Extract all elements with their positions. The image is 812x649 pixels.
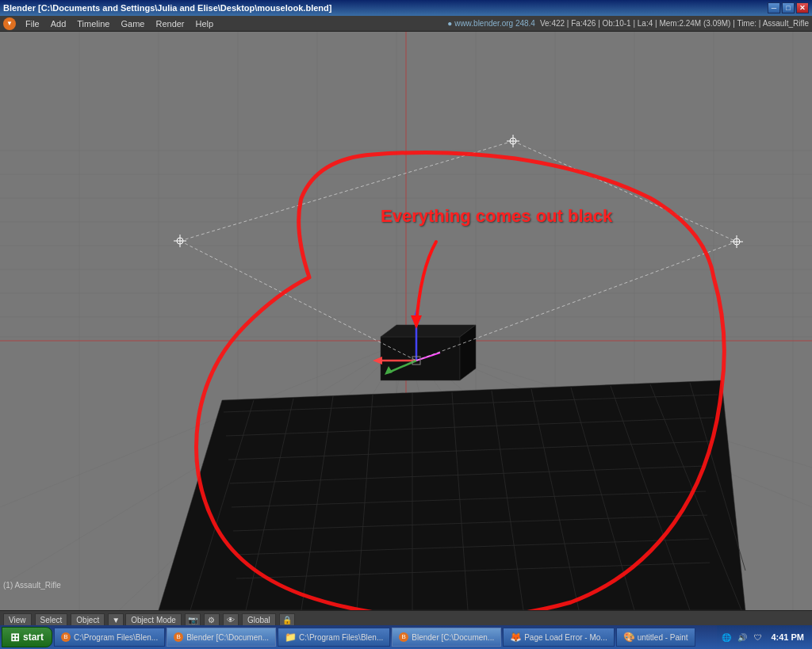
taskbar-icon-4: 🦊 (510, 632, 521, 643)
minimize-button[interactable]: ─ (768, 2, 780, 13)
3d-viewport[interactable]: Everything comes out black (1) Assault_R… (0, 32, 812, 610)
start-windows-icon: ⊞ (10, 631, 20, 643)
taskbar-icon-0: B (61, 632, 71, 642)
network-tray-icon: 🌐 (720, 631, 733, 643)
antivirus-tray-icon: 🛡 (752, 631, 764, 643)
system-clock: 4:41 PM (768, 632, 807, 642)
taskbar-item-2[interactable]: 📁 C:\Program Files\Blen... (278, 628, 390, 647)
taskbar-item-4[interactable]: 🦊 Page Load Error - Mo... (503, 628, 615, 647)
taskbar-icon-2: 📁 (285, 632, 296, 643)
start-label: start (23, 632, 44, 643)
start-button[interactable]: ⊞ start (2, 627, 52, 647)
taskbar-icon-3: B (399, 632, 408, 642)
maximize-button[interactable]: □ (782, 2, 795, 13)
info-bar-right: ● www.blender.org 248.4 Ve:422 | Fa:426 … (447, 19, 809, 28)
menu-render[interactable]: Render (151, 17, 189, 31)
taskbar-item-3[interactable]: B Blender [C:\Documen... (392, 628, 501, 647)
svg-marker-32 (159, 380, 745, 610)
taskbar-label-4: Page Load Error - Mo... (524, 633, 607, 642)
menu-game[interactable]: Game (116, 17, 149, 31)
taskbar-item-5[interactable]: 🎨 untitled - Paint (616, 628, 695, 647)
close-button[interactable]: ✕ (796, 2, 809, 13)
title-bar-controls: ─ □ ✕ (768, 2, 809, 13)
taskbar-item-1[interactable]: B Blender [C:\Documen... (167, 628, 276, 647)
blender-website: ● www.blender.org 248.4 (447, 19, 535, 28)
blender-logo: ▼ (3, 17, 16, 30)
menu-timeline[interactable]: Timeline (72, 17, 114, 31)
taskbar-right: 🌐 🔊 🛡 4:41 PM (717, 625, 810, 649)
menu-file[interactable]: File (21, 17, 44, 31)
menu-bar: ▼ File Add Timeline Game Render Help ● w… (0, 16, 812, 32)
grid-svg (0, 32, 812, 610)
object-label: (1) Assault_Rifle (3, 581, 61, 590)
taskbar-label-3: Blender [C:\Documen... (412, 633, 494, 642)
menu-help[interactable]: Help (191, 17, 219, 31)
menu-add[interactable]: Add (46, 17, 71, 31)
taskbar-label-2: C:\Program Files\Blen... (299, 633, 383, 642)
viewport-stats: Ve:422 | Fa:426 | Ob:10-1 | La:4 | Mem:2… (540, 19, 809, 28)
title-bar-text: Blender [C:\Documents and Settings\Julia… (3, 3, 331, 13)
taskbar-icon-1: B (174, 632, 183, 642)
svg-marker-54 (381, 325, 476, 337)
title-bar: Blender [C:\Documents and Settings\Julia… (0, 0, 812, 16)
taskbar-icon-5: 🎨 (623, 632, 634, 643)
taskbar-item-0[interactable]: B C:\Program Files\Blen... (54, 628, 165, 647)
taskbar-label-1: Blender [C:\Documen... (186, 633, 269, 642)
volume-tray-icon: 🔊 (736, 631, 749, 643)
taskbar-label-0: C:\Program Files\Blen... (74, 633, 158, 642)
taskbar: ⊞ start B C:\Program Files\Blen... B Ble… (0, 625, 812, 649)
taskbar-label-5: untitled - Paint (638, 633, 688, 642)
